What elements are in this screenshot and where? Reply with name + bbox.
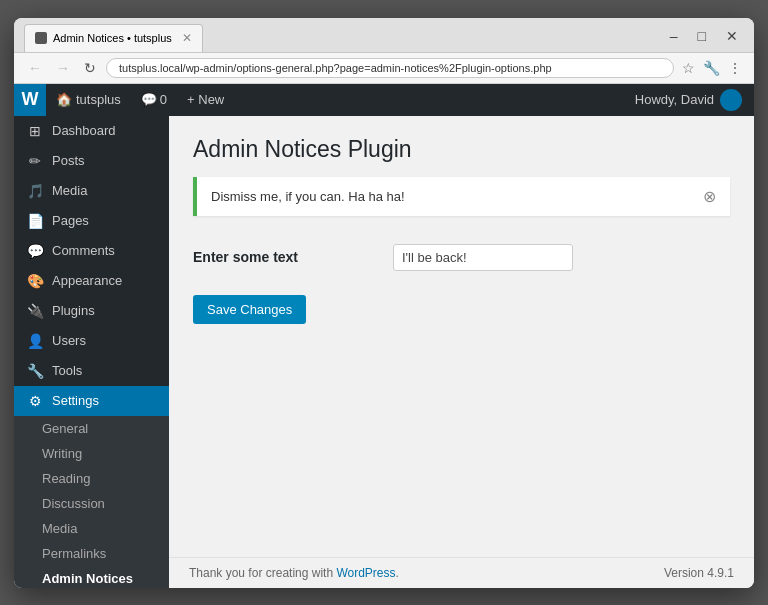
comments-icon: 💬 bbox=[141, 92, 157, 107]
sidebar-item-tools[interactable]: 🔧 Tools bbox=[14, 356, 169, 386]
page-title: Admin Notices Plugin bbox=[193, 136, 730, 163]
address-bar-input[interactable] bbox=[106, 58, 674, 78]
sidebar-item-label: Posts bbox=[52, 153, 85, 168]
submenu-media[interactable]: Media bbox=[14, 516, 169, 541]
sidebar-item-label: Plugins bbox=[52, 303, 95, 318]
extension-icon[interactable]: 🔧 bbox=[701, 58, 722, 78]
sidebar-item-media[interactable]: 🎵 Media bbox=[14, 176, 169, 206]
maximize-button[interactable]: □ bbox=[692, 26, 712, 46]
form-field-label: Enter some text bbox=[193, 249, 298, 265]
tools-icon: 🔧 bbox=[26, 363, 44, 379]
minimize-button[interactable]: – bbox=[664, 26, 684, 46]
wordpress-link[interactable]: WordPress bbox=[336, 566, 395, 580]
sidebar-item-comments[interactable]: 💬 Comments bbox=[14, 236, 169, 266]
forward-button[interactable]: → bbox=[52, 58, 74, 78]
sidebar-item-pages[interactable]: 📄 Pages bbox=[14, 206, 169, 236]
admin-notice: Dismiss me, if you can. Ha ha ha! ⊗ bbox=[193, 177, 730, 216]
howdy-section[interactable]: Howdy, David bbox=[623, 89, 754, 111]
sidebar: ⊞ Dashboard ✏ Posts 🎵 Media 📄 Pages 💬 Co… bbox=[14, 116, 169, 588]
site-name-text: tutsplus bbox=[76, 92, 121, 107]
refresh-button[interactable]: ↻ bbox=[80, 58, 100, 78]
browser-titlebar: Admin Notices • tutsplus ✕ – □ ✕ bbox=[14, 18, 754, 53]
page-footer: Thank you for creating with WordPress. V… bbox=[169, 557, 754, 588]
sidebar-item-label: Comments bbox=[52, 243, 115, 258]
tab-title: Admin Notices • tutsplus bbox=[53, 32, 172, 44]
posts-icon: ✏ bbox=[26, 153, 44, 169]
browser-addressbar: ← → ↻ ☆ 🔧 ⋮ bbox=[14, 53, 754, 84]
submenu-general[interactable]: General bbox=[14, 416, 169, 441]
sidebar-item-label: Tools bbox=[52, 363, 82, 378]
sidebar-item-label: Pages bbox=[52, 213, 89, 228]
tab-close-button[interactable]: ✕ bbox=[182, 31, 192, 45]
users-icon: 👤 bbox=[26, 333, 44, 349]
comments-icon: 💬 bbox=[26, 243, 44, 259]
window-actions: – □ ✕ bbox=[664, 26, 744, 50]
submenu-writing[interactable]: Writing bbox=[14, 441, 169, 466]
site-name-link[interactable]: 🏠 tutsplus bbox=[46, 92, 131, 107]
sidebar-item-dashboard[interactable]: ⊞ Dashboard bbox=[14, 116, 169, 146]
wp-content: ⊞ Dashboard ✏ Posts 🎵 Media 📄 Pages 💬 Co… bbox=[14, 116, 754, 588]
comments-link[interactable]: 💬 0 bbox=[131, 92, 177, 107]
media-icon: 🎵 bbox=[26, 183, 44, 199]
sidebar-item-plugins[interactable]: 🔌 Plugins bbox=[14, 296, 169, 326]
sidebar-item-label: Dashboard bbox=[52, 123, 116, 138]
sidebar-item-label: Appearance bbox=[52, 273, 122, 288]
new-content-label: + New bbox=[187, 92, 224, 107]
back-button[interactable]: ← bbox=[24, 58, 46, 78]
close-window-button[interactable]: ✕ bbox=[720, 26, 744, 46]
plugins-icon: 🔌 bbox=[26, 303, 44, 319]
sidebar-item-label: Settings bbox=[52, 393, 99, 408]
dashboard-icon: ⊞ bbox=[26, 123, 44, 139]
tab-bar: Admin Notices • tutsplus ✕ bbox=[24, 24, 658, 52]
notice-text: Dismiss me, if you can. Ha ha ha! bbox=[211, 189, 405, 204]
version-text: Version 4.9.1 bbox=[664, 566, 734, 580]
menu-icon[interactable]: ⋮ bbox=[726, 58, 744, 78]
submenu-discussion[interactable]: Discussion bbox=[14, 491, 169, 516]
address-bar-icons: ☆ 🔧 ⋮ bbox=[680, 58, 744, 78]
sidebar-item-settings[interactable]: ⚙ Settings bbox=[14, 386, 169, 416]
form-row: Enter some text bbox=[193, 236, 730, 279]
footer-credit: Thank you for creating with WordPress. bbox=[189, 566, 399, 580]
tab-favicon bbox=[35, 32, 47, 44]
settings-icon: ⚙ bbox=[26, 393, 44, 409]
comments-count: 0 bbox=[160, 92, 167, 107]
home-icon: 🏠 bbox=[56, 92, 72, 107]
submenu-reading[interactable]: Reading bbox=[14, 466, 169, 491]
bookmark-icon[interactable]: ☆ bbox=[680, 58, 697, 78]
main-content: Admin Notices Plugin Dismiss me, if you … bbox=[169, 116, 754, 557]
wp-admin-bar: W 🏠 tutsplus 💬 0 + New Howdy, David bbox=[14, 84, 754, 116]
settings-submenu: General Writing Reading Discussion Media… bbox=[14, 416, 169, 588]
sidebar-item-posts[interactable]: ✏ Posts bbox=[14, 146, 169, 176]
pages-icon: 📄 bbox=[26, 213, 44, 229]
sidebar-item-appearance[interactable]: 🎨 Appearance bbox=[14, 266, 169, 296]
dismiss-notice-button[interactable]: ⊗ bbox=[703, 187, 716, 206]
avatar bbox=[720, 89, 742, 111]
wp-logo[interactable]: W bbox=[14, 84, 46, 116]
sidebar-item-label: Users bbox=[52, 333, 86, 348]
sidebar-item-users[interactable]: 👤 Users bbox=[14, 326, 169, 356]
save-changes-button[interactable]: Save Changes bbox=[193, 295, 306, 324]
appearance-icon: 🎨 bbox=[26, 273, 44, 289]
settings-form: Enter some text bbox=[193, 236, 730, 279]
wp-logo-text: W bbox=[22, 89, 39, 110]
howdy-text: Howdy, David bbox=[635, 92, 714, 107]
text-field-input[interactable] bbox=[393, 244, 573, 271]
browser-tab[interactable]: Admin Notices • tutsplus ✕ bbox=[24, 24, 203, 52]
submenu-permalinks[interactable]: Permalinks bbox=[14, 541, 169, 566]
submenu-admin-notices[interactable]: Admin Notices bbox=[14, 566, 169, 588]
sidebar-item-label: Media bbox=[52, 183, 87, 198]
footer-thank-you: Thank you for creating with bbox=[189, 566, 336, 580]
new-content-link[interactable]: + New bbox=[177, 92, 234, 107]
